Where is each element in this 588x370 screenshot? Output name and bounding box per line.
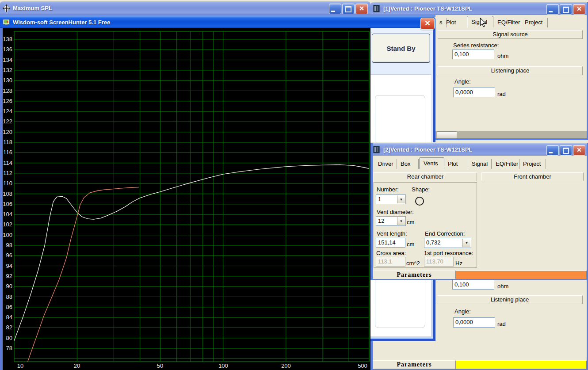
minimize-button[interactable]: [546, 4, 559, 15]
screenhunter-close-button[interactable]: ✕: [420, 18, 435, 30]
window-1-title: [1]Vented : Pioneer TS-W121SPL: [383, 5, 473, 12]
minimize-icon: [331, 11, 335, 12]
tab-plot[interactable]: Plot: [442, 18, 467, 27]
screenhunter-titlebar[interactable]: Wisdom-soft ScreenHunter 5.1 Free: [0, 17, 435, 28]
tab-signal[interactable]: Signal: [468, 159, 492, 169]
angle-input[interactable]: 0,0000: [453, 88, 495, 97]
series-resistance-input[interactable]: 0,100: [452, 50, 494, 59]
minimize-icon: [549, 152, 553, 153]
window-1-hscrollbar-track[interactable]: [435, 131, 587, 138]
svg-text:128: 128: [3, 88, 12, 94]
move-crosshair-icon: [3, 4, 10, 12]
svg-text:122: 122: [3, 118, 12, 125]
svg-text:114: 114: [3, 160, 12, 166]
svg-text:50: 50: [157, 362, 163, 369]
vent-diameter-label: Vent diameter:: [377, 209, 414, 215]
svg-text:100: 100: [218, 362, 228, 369]
chart-plot-area: 1381361341321301281261241221201181161141…: [0, 28, 370, 370]
dropdown-arrow-icon[interactable]: ▼: [397, 217, 405, 225]
number-value: 1: [378, 196, 381, 202]
screenhunter-title: Wisdom-soft ScreenHunter 5.1 Free: [13, 19, 110, 26]
tab-project[interactable]: Project: [521, 18, 548, 27]
minimize-button[interactable]: [546, 145, 559, 156]
svg-text:136: 136: [3, 46, 12, 53]
port-resonance-output: 113,70: [424, 257, 454, 267]
angle-input-w3[interactable]: 0,0000: [453, 317, 495, 328]
svg-text:94: 94: [6, 263, 12, 269]
maximize-button[interactable]: [560, 145, 572, 156]
port-resonance-unit: Hz: [455, 260, 462, 267]
svg-text:88: 88: [6, 294, 12, 300]
tab-vents[interactable]: Vents: [419, 157, 444, 169]
vent-diameter-unit: cm: [407, 219, 414, 225]
standby-button[interactable]: Stand By: [372, 34, 430, 63]
svg-text:116: 116: [3, 149, 12, 156]
vent-length-label: Vent length:: [377, 230, 407, 237]
end-correction-value: 0,732: [426, 239, 441, 246]
end-correction-combobox[interactable]: 0,732 ▼: [424, 238, 471, 248]
standby-button-label: Stand By: [386, 45, 415, 52]
cross-area-output: 113,1: [376, 257, 405, 267]
winisd-project-icon: [373, 5, 381, 12]
chart-window: Maximum SPL ✕ 13813613413213012812612412…: [0, 0, 370, 370]
parameters-button-w3[interactable]: Parameters: [373, 360, 456, 369]
vent-length-input[interactable]: 151,14: [376, 238, 405, 248]
front-chamber-header: Front chamber: [481, 172, 584, 181]
tab-box[interactable]: Box: [397, 159, 419, 169]
svg-text:126: 126: [3, 98, 12, 104]
screenhunter-bottom-border: [370, 339, 435, 341]
tab-plot[interactable]: Plot: [444, 159, 468, 169]
svg-text:82: 82: [6, 324, 12, 331]
minimize-button[interactable]: [329, 4, 341, 14]
tab-project[interactable]: Project: [519, 159, 546, 169]
svg-text:130: 130: [3, 77, 12, 84]
close-button[interactable]: ✕: [573, 4, 585, 15]
number-label: Number:: [377, 186, 399, 193]
shape-circle-icon: [415, 197, 424, 206]
angle-unit: rad: [497, 91, 506, 97]
screenhunter-app-icon: [3, 19, 10, 26]
svg-text:138: 138: [3, 36, 12, 42]
svg-text:80: 80: [6, 335, 12, 341]
vent-diameter-combobox[interactable]: 12 ▼: [376, 216, 406, 226]
dropdown-arrow-icon[interactable]: ▼: [462, 239, 470, 247]
dropdown-arrow-icon[interactable]: ▼: [397, 195, 405, 203]
maximize-icon: [563, 148, 569, 154]
series-resistance-input-w3[interactable]: 0,100: [452, 280, 494, 290]
maximize-button[interactable]: [560, 4, 572, 15]
maximize-icon: [563, 7, 569, 13]
series-resistance-unit-w3: ohm: [497, 283, 508, 290]
parameters-button-w2[interactable]: Parameters: [373, 271, 456, 279]
svg-text:96: 96: [6, 252, 12, 259]
svg-text:90: 90: [6, 283, 12, 290]
number-combobox[interactable]: 1 ▼: [376, 195, 406, 204]
vent-diameter-value: 12: [378, 217, 384, 224]
close-icon: ✕: [356, 4, 367, 13]
listening-place-header-w3: Listening place: [437, 295, 583, 304]
close-button[interactable]: ✕: [573, 145, 585, 156]
chart-window-left-border: [0, 28, 3, 370]
window-2-left-border: [370, 143, 373, 280]
window-2-title: [2]Vented : Pioneer TS-W121SPL: [383, 146, 473, 153]
cross-area-label: Cross area:: [376, 250, 406, 256]
winisd-project-icon: [373, 146, 381, 153]
maximize-button[interactable]: [342, 4, 355, 14]
close-button[interactable]: ✕: [355, 4, 368, 14]
svg-text:112: 112: [3, 170, 12, 176]
svg-text:102: 102: [3, 221, 12, 228]
svg-text:20: 20: [74, 362, 80, 369]
series-resistance-unit: ohm: [497, 53, 508, 59]
tab-driver[interactable]: Driver: [374, 159, 397, 169]
chart-window-titlebar[interactable]: Maximum SPL: [0, 1, 370, 15]
tab-eq-filter[interactable]: EQ/Filter: [493, 18, 521, 27]
port-resonance-label: 1st port resonance:: [424, 250, 473, 256]
rear-chamber-header: Rear chamber: [374, 172, 477, 181]
svg-text:104: 104: [3, 211, 12, 217]
signal-source-header: Signal source: [438, 30, 583, 39]
angle-unit-w3: rad: [497, 320, 506, 327]
svg-text:200: 200: [281, 362, 291, 369]
tab-eq-filter[interactable]: EQ/Filter: [492, 159, 519, 169]
end-correction-label: End Correction:: [425, 230, 465, 237]
window-1-hscrollbar-thumb[interactable]: [437, 131, 457, 139]
svg-text:92: 92: [6, 273, 12, 279]
